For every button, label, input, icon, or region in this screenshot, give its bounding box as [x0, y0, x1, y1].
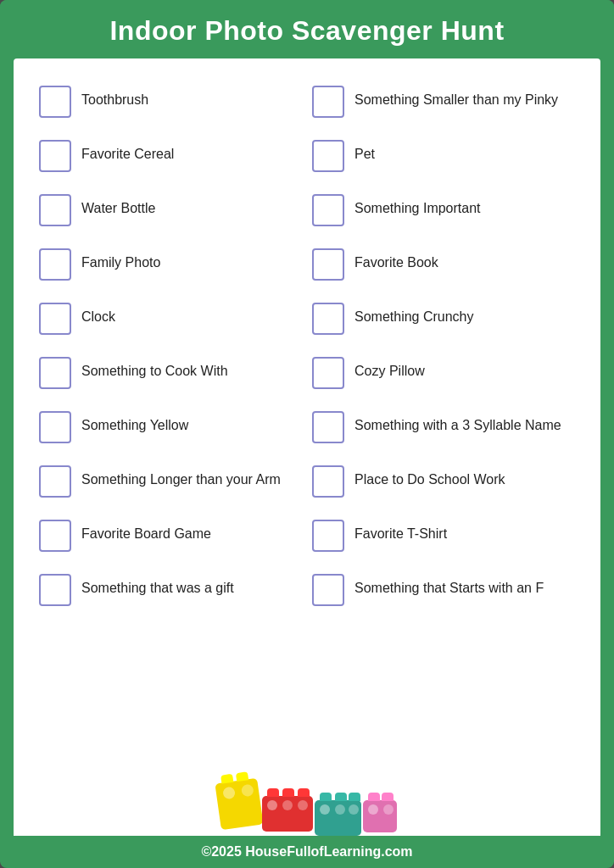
checkbox[interactable]	[39, 140, 71, 172]
items-grid: Toothbrush Something Smaller than my Pin…	[34, 79, 580, 613]
item-label: Something Yellow	[81, 411, 188, 435]
list-item: Something to Cook With	[34, 350, 307, 396]
list-item: Place to Do School Work	[307, 459, 580, 504]
list-item: Favorite T-Shirt	[307, 513, 580, 559]
footer-image	[14, 743, 600, 836]
checkbox[interactable]	[312, 520, 344, 552]
checkbox[interactable]	[39, 194, 71, 226]
item-label: Something that was a gift	[81, 574, 234, 598]
list-item: Pet	[307, 133, 580, 179]
checkbox[interactable]	[312, 86, 344, 118]
item-label: Something that Starts with an F	[354, 574, 544, 598]
item-label: Favorite Book	[354, 248, 438, 272]
lego-red	[262, 796, 313, 832]
checkbox[interactable]	[39, 411, 71, 443]
list-item: Toothbrush	[34, 79, 307, 125]
page: Indoor Photo Scavenger Hunt Toothbrush S…	[0, 0, 614, 868]
item-label: Pet	[354, 140, 375, 164]
list-item: Favorite Board Game	[34, 513, 307, 559]
list-item: Family Photo	[34, 242, 307, 287]
lego-pink	[363, 800, 397, 832]
footer-bar: ©2025 HouseFullofLearning.com	[14, 836, 600, 868]
footer-text: ©2025 HouseFullofLearning.com	[22, 844, 592, 860]
list-item: Something Smaller than my Pinky	[307, 79, 580, 125]
item-label: Something with a 3 Syllable Name	[354, 411, 561, 435]
list-item: Something Crunchy	[307, 296, 580, 342]
list-item: Something Yellow	[34, 404, 307, 450]
content-area: Toothbrush Something Smaller than my Pin…	[14, 58, 600, 743]
checkbox[interactable]	[39, 465, 71, 498]
lego-teal	[315, 800, 361, 836]
checkbox[interactable]	[39, 520, 71, 552]
list-item: Clock	[34, 296, 307, 342]
item-label: Family Photo	[81, 248, 160, 272]
item-label: Favorite T-Shirt	[354, 520, 447, 543]
checkbox[interactable]	[312, 574, 344, 606]
item-label: Something Important	[354, 194, 481, 218]
item-label: Something to Cook With	[81, 357, 228, 381]
list-item: Cozy Pillow	[307, 350, 580, 396]
checkbox[interactable]	[312, 303, 344, 335]
item-label: Something Longer than your Arm	[81, 465, 281, 489]
item-label: Cozy Pillow	[354, 357, 425, 381]
lego-blocks	[218, 781, 397, 836]
header: Indoor Photo Scavenger Hunt	[0, 0, 614, 58]
checkbox[interactable]	[39, 357, 71, 389]
checkbox[interactable]	[312, 140, 344, 172]
list-item: Something that was a gift	[34, 567, 307, 613]
item-label: Something Smaller than my Pinky	[354, 86, 558, 109]
checkbox[interactable]	[312, 357, 344, 389]
list-item: Water Bottle	[34, 187, 307, 233]
checkbox[interactable]	[312, 194, 344, 226]
list-item: Something Longer than your Arm	[34, 459, 307, 504]
checkbox[interactable]	[312, 465, 344, 498]
item-label: Something Crunchy	[354, 303, 474, 326]
checkbox[interactable]	[39, 248, 71, 281]
list-item: Something that Starts with an F	[307, 567, 580, 613]
item-label: Favorite Board Game	[81, 520, 211, 543]
checkbox[interactable]	[312, 411, 344, 443]
list-item: Favorite Book	[307, 242, 580, 287]
item-label: Water Bottle	[81, 194, 155, 218]
checkbox[interactable]	[39, 86, 71, 118]
checkbox[interactable]	[312, 248, 344, 281]
list-item: Something with a 3 Syllable Name	[307, 404, 580, 450]
item-label: Favorite Cereal	[81, 140, 174, 164]
list-item: Favorite Cereal	[34, 133, 307, 179]
list-item: Something Important	[307, 187, 580, 233]
lego-yellow	[215, 778, 263, 830]
item-label: Clock	[81, 303, 115, 326]
item-label: Place to Do School Work	[354, 465, 505, 489]
checkbox[interactable]	[39, 303, 71, 335]
checkbox[interactable]	[39, 574, 71, 606]
item-label: Toothbrush	[81, 86, 148, 109]
page-title: Indoor Photo Scavenger Hunt	[17, 15, 597, 47]
